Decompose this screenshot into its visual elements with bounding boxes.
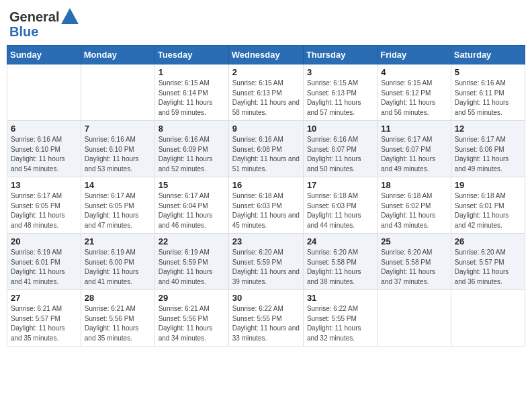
calendar-cell: 12Sunrise: 6:17 AM Sunset: 6:06 PM Dayli…	[451, 121, 525, 177]
day-number: 16	[232, 180, 300, 190]
weekday-header-monday: Monday	[81, 46, 154, 64]
day-info: Sunrise: 6:17 AM Sunset: 6:07 PM Dayligh…	[381, 135, 447, 174]
day-number: 19	[455, 180, 521, 190]
calendar-week-1: 1Sunrise: 6:15 AM Sunset: 6:14 PM Daylig…	[7, 64, 525, 121]
calendar-cell: 27Sunrise: 6:21 AM Sunset: 5:57 PM Dayli…	[7, 290, 81, 347]
calendar-cell	[378, 290, 451, 347]
calendar-cell: 13Sunrise: 6:17 AM Sunset: 6:05 PM Dayli…	[7, 177, 81, 234]
weekday-header-thursday: Thursday	[303, 46, 377, 64]
weekday-header-tuesday: Tuesday	[154, 46, 228, 64]
weekday-header-saturday: Saturday	[451, 46, 525, 64]
day-number: 3	[307, 67, 373, 77]
calendar-cell: 4Sunrise: 6:15 AM Sunset: 6:12 PM Daylig…	[378, 64, 451, 121]
day-number: 20	[11, 236, 77, 246]
day-info: Sunrise: 6:15 AM Sunset: 6:13 PM Dayligh…	[232, 79, 300, 118]
day-number: 11	[381, 124, 447, 134]
day-number: 23	[232, 236, 300, 246]
day-info: Sunrise: 6:18 AM Sunset: 6:01 PM Dayligh…	[455, 191, 521, 230]
calendar-cell: 25Sunrise: 6:20 AM Sunset: 5:58 PM Dayli…	[378, 234, 451, 290]
day-info: Sunrise: 6:17 AM Sunset: 6:06 PM Dayligh…	[455, 135, 521, 174]
calendar-cell: 18Sunrise: 6:18 AM Sunset: 6:02 PM Dayli…	[378, 177, 451, 234]
day-info: Sunrise: 6:21 AM Sunset: 5:56 PM Dayligh…	[159, 304, 225, 343]
day-number: 10	[307, 124, 373, 134]
weekday-header-wednesday: Wednesday	[228, 46, 303, 64]
day-info: Sunrise: 6:16 AM Sunset: 6:10 PM Dayligh…	[85, 135, 151, 174]
day-number: 14	[85, 180, 151, 190]
weekday-header-sunday: Sunday	[7, 46, 81, 64]
day-info: Sunrise: 6:16 AM Sunset: 6:07 PM Dayligh…	[307, 135, 373, 174]
calendar-cell: 28Sunrise: 6:21 AM Sunset: 5:56 PM Dayli…	[81, 290, 154, 347]
calendar-cell: 29Sunrise: 6:21 AM Sunset: 5:56 PM Dayli…	[154, 290, 228, 347]
weekday-header-row: SundayMondayTuesdayWednesdayThursdayFrid…	[7, 46, 525, 64]
weekday-header-friday: Friday	[378, 46, 451, 64]
day-number: 29	[159, 293, 225, 303]
calendar-week-2: 6Sunrise: 6:16 AM Sunset: 6:10 PM Daylig…	[7, 121, 525, 177]
day-info: Sunrise: 6:21 AM Sunset: 5:57 PM Dayligh…	[11, 304, 77, 343]
day-info: Sunrise: 6:18 AM Sunset: 6:02 PM Dayligh…	[381, 191, 447, 230]
day-info: Sunrise: 6:20 AM Sunset: 5:58 PM Dayligh…	[307, 248, 373, 287]
page-header: General Blue	[7, 7, 525, 40]
calendar-cell: 17Sunrise: 6:18 AM Sunset: 6:03 PM Dayli…	[303, 177, 377, 234]
calendar-cell: 9Sunrise: 6:16 AM Sunset: 6:08 PM Daylig…	[228, 121, 303, 177]
day-info: Sunrise: 6:15 AM Sunset: 6:13 PM Dayligh…	[307, 79, 373, 118]
calendar-cell: 1Sunrise: 6:15 AM Sunset: 6:14 PM Daylig…	[154, 64, 228, 121]
day-info: Sunrise: 6:15 AM Sunset: 6:12 PM Dayligh…	[381, 79, 447, 118]
day-number: 30	[232, 293, 300, 303]
calendar-cell: 5Sunrise: 6:16 AM Sunset: 6:11 PM Daylig…	[451, 64, 525, 121]
day-number: 28	[85, 293, 151, 303]
day-number: 24	[307, 236, 373, 246]
calendar-cell: 7Sunrise: 6:16 AM Sunset: 6:10 PM Daylig…	[81, 121, 154, 177]
calendar-cell: 31Sunrise: 6:22 AM Sunset: 5:55 PM Dayli…	[303, 290, 377, 347]
day-info: Sunrise: 6:21 AM Sunset: 5:56 PM Dayligh…	[85, 304, 151, 343]
calendar-cell: 11Sunrise: 6:17 AM Sunset: 6:07 PM Dayli…	[378, 121, 451, 177]
day-info: Sunrise: 6:20 AM Sunset: 5:58 PM Dayligh…	[381, 248, 447, 287]
day-info: Sunrise: 6:18 AM Sunset: 6:03 PM Dayligh…	[307, 191, 373, 230]
calendar-cell: 15Sunrise: 6:17 AM Sunset: 6:04 PM Dayli…	[154, 177, 228, 234]
day-number: 5	[455, 67, 521, 77]
calendar-week-4: 20Sunrise: 6:19 AM Sunset: 6:01 PM Dayli…	[7, 234, 525, 290]
day-number: 21	[85, 236, 151, 246]
day-number: 18	[381, 180, 447, 190]
calendar-cell: 24Sunrise: 6:20 AM Sunset: 5:58 PM Dayli…	[303, 234, 377, 290]
calendar-cell: 10Sunrise: 6:16 AM Sunset: 6:07 PM Dayli…	[303, 121, 377, 177]
day-info: Sunrise: 6:22 AM Sunset: 5:55 PM Dayligh…	[232, 304, 300, 343]
day-info: Sunrise: 6:16 AM Sunset: 6:10 PM Dayligh…	[11, 135, 77, 174]
day-info: Sunrise: 6:17 AM Sunset: 6:05 PM Dayligh…	[11, 191, 77, 230]
day-number: 27	[11, 293, 77, 303]
day-info: Sunrise: 6:18 AM Sunset: 6:03 PM Dayligh…	[232, 191, 300, 230]
day-info: Sunrise: 6:19 AM Sunset: 5:59 PM Dayligh…	[159, 248, 225, 287]
day-info: Sunrise: 6:17 AM Sunset: 6:05 PM Dayligh…	[85, 191, 151, 230]
day-number: 7	[85, 124, 151, 134]
calendar-cell	[81, 64, 154, 121]
day-info: Sunrise: 6:16 AM Sunset: 6:09 PM Dayligh…	[159, 135, 225, 174]
day-info: Sunrise: 6:19 AM Sunset: 6:01 PM Dayligh…	[11, 248, 77, 287]
calendar-cell: 21Sunrise: 6:19 AM Sunset: 6:00 PM Dayli…	[81, 234, 154, 290]
logo-icon	[60, 7, 80, 27]
calendar-week-3: 13Sunrise: 6:17 AM Sunset: 6:05 PM Dayli…	[7, 177, 525, 234]
calendar-cell	[7, 64, 81, 121]
svg-marker-0	[61, 8, 79, 24]
day-number: 9	[232, 124, 300, 134]
day-number: 6	[11, 124, 77, 134]
calendar-cell: 16Sunrise: 6:18 AM Sunset: 6:03 PM Dayli…	[228, 177, 303, 234]
day-info: Sunrise: 6:16 AM Sunset: 6:08 PM Dayligh…	[232, 135, 300, 174]
calendar-cell: 23Sunrise: 6:20 AM Sunset: 5:59 PM Dayli…	[228, 234, 303, 290]
day-number: 25	[381, 236, 447, 246]
calendar-cell: 22Sunrise: 6:19 AM Sunset: 5:59 PM Dayli…	[154, 234, 228, 290]
day-number: 26	[455, 236, 521, 246]
day-info: Sunrise: 6:16 AM Sunset: 6:11 PM Dayligh…	[455, 79, 521, 118]
logo: General Blue	[9, 7, 80, 40]
day-number: 13	[11, 180, 77, 190]
logo-general-text: General	[9, 9, 59, 25]
calendar-table: SundayMondayTuesdayWednesdayThursdayFrid…	[7, 45, 525, 347]
day-number: 2	[232, 67, 300, 77]
day-number: 22	[159, 236, 225, 246]
day-number: 15	[159, 180, 225, 190]
day-info: Sunrise: 6:20 AM Sunset: 5:57 PM Dayligh…	[455, 248, 521, 287]
calendar-cell	[451, 290, 525, 347]
day-info: Sunrise: 6:15 AM Sunset: 6:14 PM Dayligh…	[159, 79, 225, 118]
calendar-cell: 8Sunrise: 6:16 AM Sunset: 6:09 PM Daylig…	[154, 121, 228, 177]
calendar-cell: 19Sunrise: 6:18 AM Sunset: 6:01 PM Dayli…	[451, 177, 525, 234]
calendar-week-5: 27Sunrise: 6:21 AM Sunset: 5:57 PM Dayli…	[7, 290, 525, 347]
logo-blue-text: Blue	[9, 24, 38, 40]
